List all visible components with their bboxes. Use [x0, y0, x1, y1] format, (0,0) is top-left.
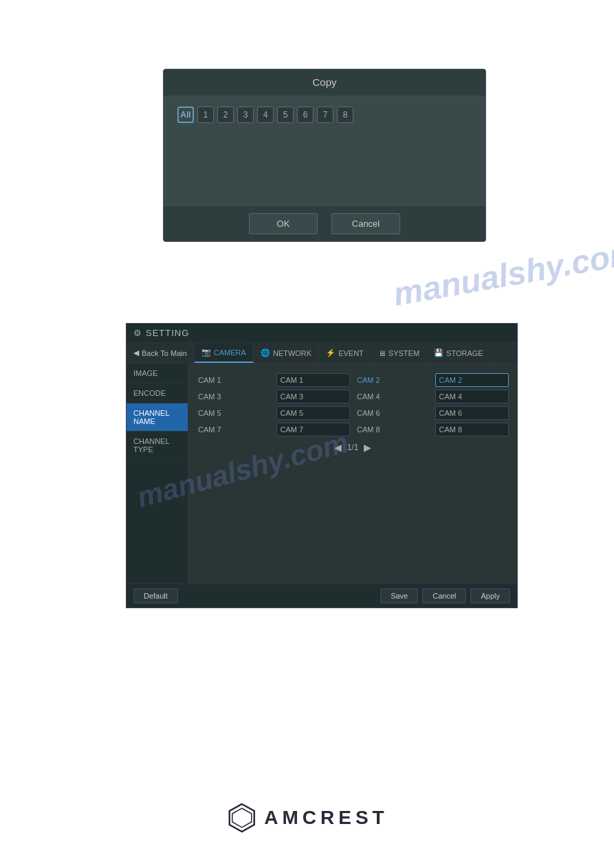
copy-title-bar: Copy [164, 69, 485, 96]
num-1[interactable]: 1 [197, 107, 214, 123]
copy-dialog: Copy All 1 2 3 4 5 6 7 8 OK Cancel [163, 69, 486, 242]
default-button[interactable]: Default [133, 588, 178, 603]
amcrest-logo-text: AMCREST [264, 807, 388, 829]
copy-numbers: All 1 2 3 4 5 6 7 8 [177, 107, 472, 123]
num-3[interactable]: 3 [237, 107, 254, 123]
tab-system[interactable]: 🖥 SYSTEM [371, 343, 427, 363]
amcrest-logo: AMCREST [226, 802, 388, 834]
ok-button[interactable]: OK [249, 213, 318, 234]
num-5[interactable]: 5 [277, 107, 294, 123]
ch-input-8[interactable] [435, 423, 509, 436]
ch-label-4: CAM 4 [355, 390, 430, 403]
content-area: CAM 1 CAM 2 CAM 3 CAM 4 CAM 5 CAM 6 CAM … [188, 364, 517, 583]
setting-panel: ⚙ SETTING ◀ Back To Main 📷 CAMERA 🌐 NETW… [126, 323, 518, 608]
system-icon: 🖥 [378, 349, 386, 357]
num-8[interactable]: 8 [337, 107, 353, 123]
apply-button[interactable]: Apply [470, 588, 510, 603]
num-7[interactable]: 7 [317, 107, 333, 123]
pagination: ◀ 1/1 ▶ [197, 436, 509, 458]
footer-right: Save Cancel Apply [380, 588, 510, 603]
network-icon: 🌐 [261, 348, 270, 357]
back-to-main-tab[interactable]: ◀ Back To Main [127, 343, 195, 363]
ch-input-6[interactable] [435, 406, 509, 420]
prev-page-button[interactable]: ◀ [334, 442, 342, 453]
copy-body: All 1 2 3 4 5 6 7 8 [164, 96, 485, 205]
tab-camera[interactable]: 📷 CAMERA [195, 343, 254, 363]
tab-network-label: NETWORK [273, 349, 311, 357]
amcrest-hex-icon [226, 802, 257, 834]
setting-main: IMAGE ENCODE CHANNEL NAME CHANNEL TYPE C… [127, 364, 517, 583]
ch-input-3[interactable] [276, 390, 351, 403]
nav-tabs: ◀ Back To Main 📷 CAMERA 🌐 NETWORK ⚡ EVEN… [127, 343, 517, 364]
ch-label-7: CAM 7 [197, 423, 271, 436]
storage-icon: 💾 [434, 348, 443, 357]
tab-storage[interactable]: 💾 STORAGE [427, 343, 491, 363]
cancel-button[interactable]: Cancel [331, 213, 400, 234]
tab-event[interactable]: ⚡ EVENT [319, 343, 371, 363]
camera-icon: 📷 [201, 348, 211, 357]
ch-label-3: CAM 3 [197, 390, 271, 403]
copy-footer: OK Cancel [164, 205, 485, 241]
watermark: manualshy.com [391, 233, 614, 313]
next-page-button[interactable]: ▶ [364, 442, 371, 453]
tab-system-label: SYSTEM [388, 349, 419, 357]
ch-input-2[interactable] [435, 373, 509, 387]
tab-camera-label: CAMERA [214, 348, 246, 357]
ch-input-4[interactable] [435, 390, 509, 403]
ch-label-5: CAM 5 [197, 406, 271, 420]
copy-title: Copy [312, 76, 336, 88]
num-all[interactable]: All [177, 107, 194, 123]
cancel-button-footer[interactable]: Cancel [422, 588, 466, 603]
back-arrow-icon: ◀ [133, 348, 139, 357]
back-label: Back To Main [142, 349, 187, 357]
page-indicator: 1/1 [347, 443, 359, 452]
setting-footer: Default Save Cancel Apply [127, 583, 517, 608]
tab-network[interactable]: 🌐 NETWORK [254, 343, 319, 363]
save-button[interactable]: Save [380, 588, 418, 603]
ch-input-5[interactable] [276, 406, 351, 420]
setting-header: ⚙ SETTING [127, 324, 517, 343]
ch-label-1: CAM 1 [197, 373, 271, 387]
ch-input-7[interactable] [276, 423, 351, 436]
sidebar-menu: IMAGE ENCODE CHANNEL NAME CHANNEL TYPE [127, 364, 188, 583]
ch-input-1[interactable] [276, 373, 351, 387]
tab-storage-label: STORAGE [446, 349, 483, 357]
num-2[interactable]: 2 [217, 107, 234, 123]
sidebar-item-channel-name[interactable]: CHANNEL NAME [127, 403, 188, 432]
ch-label-6: CAM 6 [355, 406, 430, 420]
num-6[interactable]: 6 [297, 107, 314, 123]
sidebar-item-image[interactable]: IMAGE [127, 364, 188, 383]
ch-label-2: CAM 2 [355, 373, 430, 387]
tab-event-label: EVENT [338, 349, 364, 357]
sidebar-item-channel-type[interactable]: CHANNEL TYPE [127, 432, 188, 460]
sidebar-item-encode[interactable]: ENCODE [127, 383, 188, 403]
setting-title: SETTING [146, 328, 189, 338]
channel-grid: CAM 1 CAM 2 CAM 3 CAM 4 CAM 5 CAM 6 CAM … [197, 373, 509, 436]
ch-label-8: CAM 8 [355, 423, 430, 436]
setting-icon: ⚙ [133, 328, 142, 338]
num-4[interactable]: 4 [257, 107, 274, 123]
event-icon: ⚡ [326, 348, 336, 357]
